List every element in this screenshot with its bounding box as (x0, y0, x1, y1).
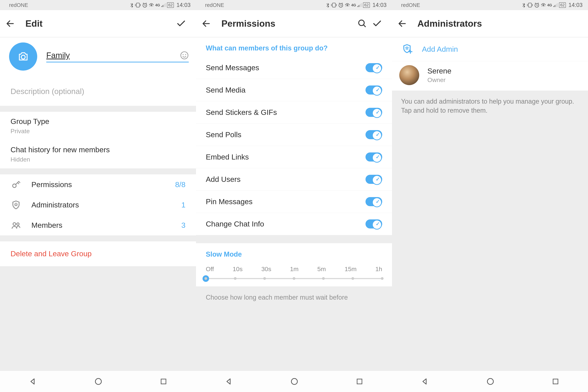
shield-plus-icon (401, 43, 414, 56)
chat-history-row[interactable]: Chat history for new members Hidden (0, 140, 196, 168)
confirm-button[interactable] (372, 18, 386, 29)
page-title: Permissions (216, 18, 358, 29)
alarm-icon (338, 2, 344, 8)
permission-toggle[interactable] (366, 86, 382, 94)
vibrate-icon (331, 2, 337, 8)
administrators-row[interactable]: Administrators 1 (0, 195, 196, 215)
group-avatar-button[interactable] (9, 42, 37, 70)
permission-row[interactable]: Send Media (196, 79, 392, 101)
clock-label: 14:03 (372, 2, 386, 8)
key-icon (10, 180, 22, 189)
status-icons: 4G 62 14:03 (522, 2, 582, 8)
nav-back-button[interactable] (225, 378, 233, 386)
triangle-back-icon (225, 378, 233, 386)
slowmode-tick[interactable] (322, 277, 325, 280)
permission-label: Send Stickers & GIFs (206, 108, 366, 117)
permission-row[interactable]: Send Messages (196, 56, 392, 79)
shield-star-icon (10, 200, 22, 210)
svg-rect-19 (357, 6, 358, 7)
permissions-row[interactable]: Permissions 8/8 (0, 174, 196, 195)
nav-back-button[interactable] (29, 378, 37, 386)
arrow-left-icon (202, 19, 211, 28)
permissions-section-header: What can members of this group do? (196, 38, 392, 56)
vibrate-icon (527, 2, 533, 8)
permission-row[interactable]: Send Polls (196, 124, 392, 146)
permission-row[interactable]: Add Users (196, 168, 392, 190)
svg-rect-35 (553, 379, 558, 384)
members-row[interactable]: Members 3 (0, 215, 196, 236)
slowmode-tick-label: 10s (233, 266, 243, 272)
permission-row[interactable]: Pin Messages (196, 190, 392, 213)
network-4g-icon: 4G (351, 3, 356, 7)
svg-point-13 (17, 223, 19, 225)
nav-home-button[interactable] (94, 378, 102, 386)
permission-toggle[interactable] (366, 152, 382, 162)
permission-toggle[interactable] (366, 220, 382, 228)
signal-icon (553, 3, 558, 8)
permission-toggle[interactable] (366, 63, 382, 72)
emoji-button[interactable] (180, 51, 189, 60)
signal-icon (161, 3, 166, 8)
back-button[interactable] (202, 19, 216, 28)
arrow-left-icon (398, 19, 407, 28)
slowmode-tick-label: Off (206, 266, 214, 272)
nav-home-button[interactable] (290, 378, 298, 386)
back-button[interactable] (6, 19, 20, 28)
group-type-row[interactable]: Group Type Private (0, 112, 196, 140)
permission-row[interactable]: Change Chat Info (196, 213, 392, 235)
permission-toggle[interactable] (366, 175, 382, 184)
permission-label: Send Messages (206, 64, 366, 72)
admin-name: Serene (428, 67, 451, 75)
carrier-label: redONE (205, 2, 224, 8)
status-bar: redONE 4G 62 14:03 (392, 0, 588, 10)
confirm-button[interactable] (176, 18, 190, 29)
carrier-label: redONE (9, 2, 28, 8)
svg-rect-30 (554, 5, 555, 7)
permission-row[interactable]: Send Stickers & GIFs (196, 101, 392, 124)
add-admin-button[interactable]: Add Admin (392, 38, 588, 61)
clock-label: 14:03 (176, 2, 190, 8)
bluetooth-icon (130, 2, 134, 8)
nav-recent-button[interactable] (552, 378, 559, 385)
nav-recent-button[interactable] (160, 378, 167, 385)
svg-rect-32 (557, 3, 558, 7)
svg-rect-4 (162, 5, 163, 7)
permission-toggle[interactable] (366, 130, 382, 139)
svg-point-18 (347, 4, 348, 6)
delete-leave-button[interactable]: Delete and Leave Group (0, 241, 196, 266)
nav-bar (196, 370, 392, 392)
slowmode-tick[interactable] (381, 277, 384, 280)
group-name-input[interactable]: Family (46, 51, 189, 62)
slowmode-tick[interactable] (234, 277, 236, 280)
admin-list-item[interactable]: Serene Owner (392, 61, 588, 90)
permission-label: Embed Links (206, 153, 366, 161)
slowmode-tick[interactable] (352, 277, 354, 280)
square-recent-icon (160, 378, 167, 385)
nav-home-button[interactable] (486, 378, 494, 386)
square-recent-icon (356, 378, 363, 385)
back-button[interactable] (398, 19, 412, 28)
panel-permissions: redONE 4G 62 14:03 Permissions What can … (196, 0, 392, 392)
svg-rect-26 (528, 3, 532, 7)
circle-home-icon (94, 378, 102, 386)
status-icons: 4G 62 14:03 (130, 2, 190, 8)
square-recent-icon (552, 378, 559, 385)
description-input[interactable]: Description (optional) (0, 78, 196, 106)
nav-back-button[interactable] (421, 378, 429, 386)
permission-row[interactable]: Embed Links (196, 146, 392, 168)
slowmode-tick[interactable] (204, 277, 207, 280)
svg-point-34 (487, 378, 493, 384)
slowmode-slider[interactable] (206, 278, 382, 279)
search-button[interactable] (358, 19, 372, 28)
svg-point-2 (151, 4, 152, 6)
permission-toggle[interactable] (366, 108, 382, 117)
admin-role: Owner (428, 76, 451, 84)
status-bar: redONE 4G 62 14:03 (0, 0, 196, 10)
slowmode-tick[interactable] (293, 277, 296, 280)
slowmode-tick[interactable] (263, 277, 266, 280)
nav-recent-button[interactable] (356, 378, 363, 385)
svg-rect-6 (165, 3, 166, 7)
svg-rect-25 (357, 379, 362, 384)
permission-toggle[interactable] (366, 197, 382, 206)
slowmode-tick-label: 1h (375, 266, 382, 272)
